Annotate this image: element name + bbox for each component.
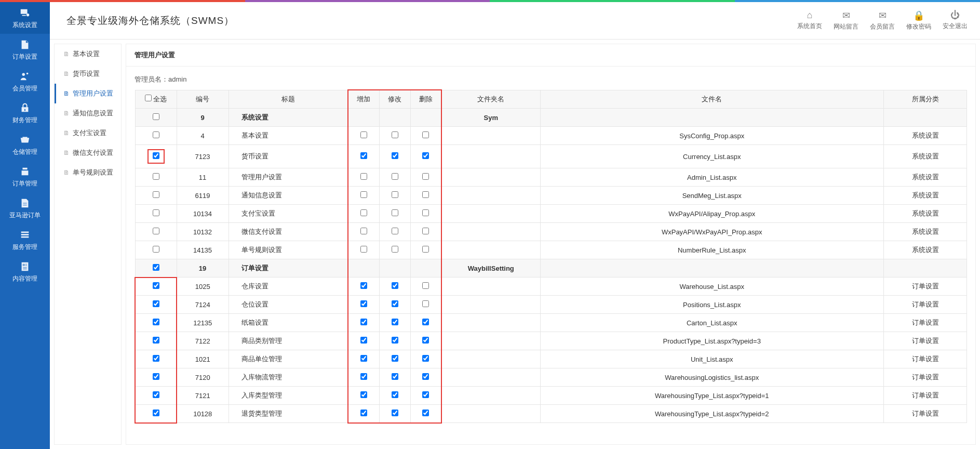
sub-sidebar-item-6[interactable]: 🗎单号规则设置 [55,163,121,182]
row-checkbox[interactable] [153,373,159,380]
sidebar-item-6[interactable]: 亚马逊订单 [0,192,50,224]
admin-name-row: 管理员名：admin [126,67,975,89]
cell-folder [441,350,540,368]
modify-checkbox[interactable] [392,337,398,344]
modify-checkbox[interactable] [392,410,398,416]
sub-sidebar-item-0[interactable]: 🗎基本设置 [55,44,121,64]
modify-checkbox[interactable] [392,152,398,159]
cell-add [348,332,379,350]
panel-title: 管理用户设置 [126,44,975,67]
delete-checkbox[interactable] [422,337,429,344]
row-checkbox[interactable] [153,173,159,180]
add-checkbox[interactable] [360,173,367,180]
row-checkbox[interactable] [153,410,159,416]
cell-cat: 订单设置 [884,314,967,332]
row-checkbox[interactable] [153,209,159,216]
row-checkbox[interactable] [153,391,159,398]
cell-id: 10128 [177,405,229,423]
delete-checkbox[interactable] [422,391,429,398]
add-checkbox[interactable] [360,152,367,159]
header-action-2[interactable]: ✉会员留言 [870,10,895,31]
select-all-checkbox[interactable] [145,95,152,101]
header-action-0[interactable]: ⌂系统首页 [797,10,822,31]
row-checkbox[interactable] [153,282,159,289]
modify-checkbox[interactable] [392,300,398,307]
modify-checkbox[interactable] [392,131,398,138]
sidebar-item-5[interactable]: 订单管理 [0,161,50,192]
modify-checkbox[interactable] [392,228,398,234]
add-checkbox[interactable] [360,282,367,289]
add-checkbox[interactable] [360,373,367,380]
sidebar-item-1[interactable]: 订单设置 [0,34,50,65]
sub-sidebar-item-5[interactable]: 🗎微信支付设置 [55,143,121,163]
modify-checkbox[interactable] [392,209,398,216]
sub-sidebar-item-1[interactable]: 🗎货币设置 [55,64,121,84]
modify-checkbox[interactable] [392,191,398,198]
delete-checkbox[interactable] [422,319,429,325]
delete-checkbox[interactable] [422,282,429,289]
sidebar-item-8[interactable]: 内容管理 [0,256,50,287]
header-action-4[interactable]: ⏻安全退出 [943,10,968,31]
row-checkbox[interactable] [153,319,159,325]
row-checkbox[interactable] [153,337,159,344]
add-checkbox[interactable] [360,391,367,398]
cell-add [348,168,379,187]
add-checkbox[interactable] [360,228,367,234]
delete-checkbox[interactable] [422,373,429,380]
add-checkbox[interactable] [360,131,367,138]
delete-checkbox[interactable] [422,131,429,138]
row-checkbox[interactable] [153,355,159,362]
modify-checkbox[interactable] [392,355,398,362]
delete-checkbox[interactable] [422,355,429,362]
row-checkbox[interactable] [153,152,159,159]
select-all-label[interactable]: 全选 [145,95,167,103]
header-action-label: 会员留言 [870,22,895,31]
sidebar-item-0[interactable]: 系统设置 [0,2,50,34]
header-action-3[interactable]: 🔒修改密码 [906,10,931,31]
delete-checkbox[interactable] [422,228,429,234]
row-checkbox[interactable] [153,191,159,198]
modify-checkbox[interactable] [392,319,398,325]
row-checkbox[interactable] [153,264,159,271]
delete-checkbox[interactable] [422,173,429,180]
add-checkbox[interactable] [360,355,367,362]
cell-title: 通知信息设置 [229,187,348,205]
add-checkbox[interactable] [360,246,367,253]
sidebar-item-2[interactable]: 会员管理 [0,65,50,97]
cell-mod [379,350,410,368]
modify-checkbox[interactable] [392,391,398,398]
sidebar-item-label: 系统设置 [12,21,37,30]
add-checkbox[interactable] [360,337,367,344]
sub-sidebar: 🗎基本设置🗎货币设置🗎管理用户设置🗎通知信息设置🗎支付宝设置🗎微信支付设置🗎单号… [54,44,122,445]
row-checkbox[interactable] [153,246,159,253]
table-row: 6119通知信息设置SendMeg_List.aspx系统设置 [135,187,967,205]
row-checkbox[interactable] [153,131,159,138]
sub-sidebar-item-4[interactable]: 🗎支付宝设置 [55,123,121,143]
row-checkbox[interactable] [153,228,159,234]
header-action-icon: ⌂ [807,10,813,21]
delete-checkbox[interactable] [422,300,429,307]
add-checkbox[interactable] [360,300,367,307]
delete-checkbox[interactable] [422,152,429,159]
delete-checkbox[interactable] [422,410,429,416]
add-checkbox[interactable] [360,191,367,198]
delete-checkbox[interactable] [422,246,429,253]
modify-checkbox[interactable] [392,282,398,289]
modify-checkbox[interactable] [392,246,398,253]
sub-sidebar-item-3[interactable]: 🗎通知信息设置 [55,103,121,123]
add-checkbox[interactable] [360,410,367,416]
delete-checkbox[interactable] [422,209,429,216]
modify-checkbox[interactable] [392,173,398,180]
sidebar-item-4[interactable]: 仓储管理 [0,129,50,161]
sidebar-item-7[interactable]: 服务管理 [0,224,50,256]
row-checkbox[interactable] [153,300,159,307]
modify-checkbox[interactable] [392,373,398,380]
cell-folder [441,205,540,223]
header-action-1[interactable]: ✉网站留言 [834,10,858,31]
delete-checkbox[interactable] [422,191,429,198]
sub-sidebar-item-2[interactable]: 🗎管理用户设置 [55,84,121,103]
add-checkbox[interactable] [360,319,367,325]
row-checkbox[interactable] [153,113,159,120]
add-checkbox[interactable] [360,209,367,216]
sidebar-item-3[interactable]: 财务管理 [0,97,50,129]
